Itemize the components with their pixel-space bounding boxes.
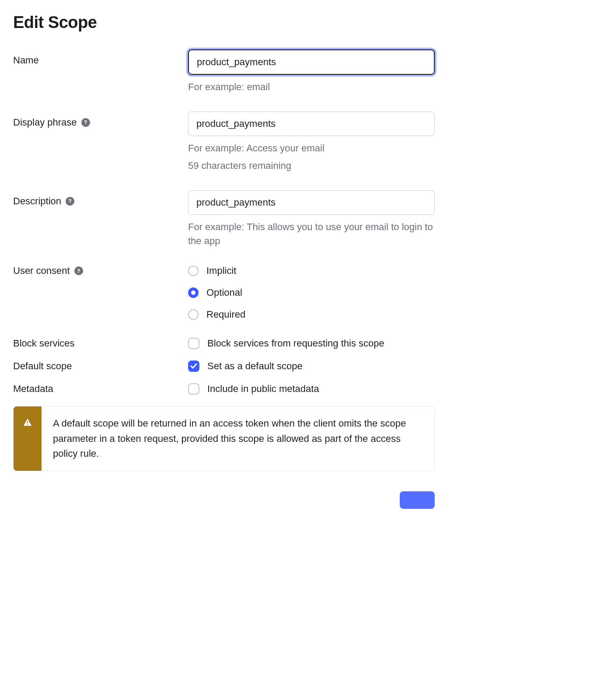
help-icon[interactable]: ? xyxy=(81,118,90,127)
warning-alert: A default scope will be returned in an a… xyxy=(13,406,435,471)
radio-optional[interactable]: Optional xyxy=(188,287,435,298)
display-phrase-hint: For example: Access your email xyxy=(188,141,435,155)
alert-text: A default scope will be returned in an a… xyxy=(42,406,434,470)
checkbox-default-scope[interactable]: Set as a default scope xyxy=(188,360,435,372)
label-display-phrase: Display phrase xyxy=(13,117,77,128)
label-default-scope: Default scope xyxy=(13,360,72,372)
description-input[interactable] xyxy=(188,190,435,215)
form-footer xyxy=(13,491,435,509)
row-block-services: Block services Block services from reque… xyxy=(13,338,435,349)
name-input[interactable] xyxy=(188,49,435,75)
checkbox-label: Block services from requesting this scop… xyxy=(207,338,384,349)
user-consent-radio-group: Implicit Optional Required xyxy=(188,265,435,320)
radio-label: Required xyxy=(206,309,245,320)
name-hint: For example: email xyxy=(188,80,435,94)
page-title: Edit Scope xyxy=(13,13,435,32)
row-display-phrase: Display phrase ? For example: Access you… xyxy=(13,112,435,173)
checkbox-icon xyxy=(188,338,199,349)
radio-label: Optional xyxy=(206,287,242,298)
help-icon[interactable]: ? xyxy=(66,197,74,206)
label-user-consent: User consent xyxy=(13,265,70,276)
radio-label: Implicit xyxy=(206,265,236,276)
alert-bar xyxy=(14,406,42,470)
checkbox-label: Set as a default scope xyxy=(207,360,303,372)
label-name: Name xyxy=(13,55,39,66)
checkbox-label: Include in public metadata xyxy=(207,383,319,395)
description-hint: For example: This allows you to use your… xyxy=(188,220,435,248)
checkbox-icon xyxy=(188,360,199,372)
label-block-services: Block services xyxy=(13,338,75,349)
checkbox-metadata[interactable]: Include in public metadata xyxy=(188,383,435,395)
radio-icon xyxy=(188,309,199,320)
row-name: Name For example: email xyxy=(13,49,435,94)
primary-button[interactable] xyxy=(400,491,435,509)
radio-icon xyxy=(188,266,199,276)
check-icon xyxy=(190,363,197,370)
warning-icon xyxy=(23,418,32,427)
svg-rect-1 xyxy=(27,424,28,425)
row-default-scope: Default scope Set as a default scope xyxy=(13,360,435,372)
checkbox-block-services[interactable]: Block services from requesting this scop… xyxy=(188,338,435,349)
row-description: Description ? For example: This allows y… xyxy=(13,190,435,248)
radio-implicit[interactable]: Implicit xyxy=(188,265,435,276)
radio-required[interactable]: Required xyxy=(188,309,435,320)
row-user-consent: User consent ? Implicit Optional Require… xyxy=(13,265,435,320)
display-phrase-counter: 59 characters remaining xyxy=(188,159,435,173)
svg-rect-0 xyxy=(27,421,28,424)
label-description: Description xyxy=(13,196,61,207)
checkbox-icon xyxy=(188,383,199,395)
row-metadata: Metadata Include in public metadata xyxy=(13,383,435,395)
radio-icon xyxy=(188,287,199,298)
display-phrase-input[interactable] xyxy=(188,112,435,136)
help-icon[interactable]: ? xyxy=(74,266,83,275)
label-metadata: Metadata xyxy=(13,383,53,395)
